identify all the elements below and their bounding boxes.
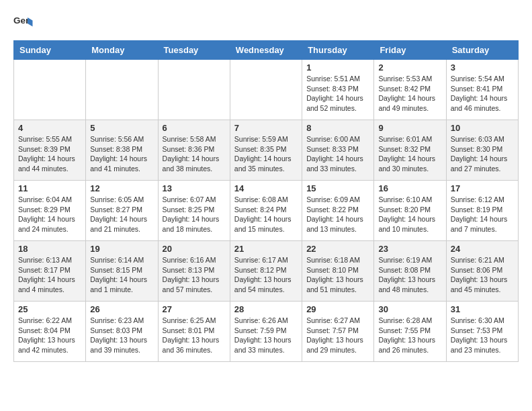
day-info: Sunrise: 5:58 AM Sunset: 8:36 PM Dayligh… bbox=[163, 134, 226, 174]
day-number: 15 bbox=[306, 183, 369, 193]
calendar-cell: 8Sunrise: 6:00 AM Sunset: 8:33 PM Daylig… bbox=[302, 120, 374, 181]
day-info: Sunrise: 5:53 AM Sunset: 8:42 PM Dayligh… bbox=[378, 74, 441, 113]
calendar-cell: 21Sunrise: 6:17 AM Sunset: 8:12 PM Dayli… bbox=[230, 241, 302, 302]
calendar-cell: 31Sunrise: 6:30 AM Sunset: 7:53 PM Dayli… bbox=[446, 302, 518, 362]
day-number: 25 bbox=[18, 304, 81, 314]
day-number: 10 bbox=[451, 123, 514, 133]
day-number: 6 bbox=[163, 123, 226, 133]
day-number: 26 bbox=[90, 304, 153, 314]
day-number: 7 bbox=[234, 123, 298, 133]
weekday-header: Wednesday bbox=[230, 41, 302, 60]
page-header: Gen bbox=[13, 13, 519, 34]
calendar-cell: 12Sunrise: 6:05 AM Sunset: 8:27 PM Dayli… bbox=[86, 181, 158, 241]
day-info: Sunrise: 6:01 AM Sunset: 8:32 PM Dayligh… bbox=[378, 134, 441, 174]
calendar-cell: 23Sunrise: 6:19 AM Sunset: 8:08 PM Dayli… bbox=[374, 241, 446, 302]
calendar-cell: 5Sunrise: 5:56 AM Sunset: 8:38 PM Daylig… bbox=[86, 120, 158, 181]
calendar-week-row: 1Sunrise: 5:51 AM Sunset: 8:43 PM Daylig… bbox=[14, 60, 519, 120]
calendar-cell: 19Sunrise: 6:14 AM Sunset: 8:15 PM Dayli… bbox=[86, 241, 158, 302]
day-info: Sunrise: 6:21 AM Sunset: 8:06 PM Dayligh… bbox=[451, 255, 514, 295]
calendar-header-row: SundayMondayTuesdayWednesdayThursdayFrid… bbox=[14, 41, 519, 60]
day-number: 2 bbox=[378, 62, 441, 73]
day-info: Sunrise: 6:17 AM Sunset: 8:12 PM Dayligh… bbox=[234, 255, 298, 295]
day-number: 8 bbox=[306, 123, 369, 133]
calendar-cell bbox=[158, 60, 230, 120]
calendar-cell: 15Sunrise: 6:09 AM Sunset: 8:22 PM Dayli… bbox=[302, 181, 374, 241]
day-info: Sunrise: 5:55 AM Sunset: 8:39 PM Dayligh… bbox=[18, 134, 81, 174]
day-info: Sunrise: 6:05 AM Sunset: 8:27 PM Dayligh… bbox=[90, 195, 153, 234]
calendar-cell: 16Sunrise: 6:10 AM Sunset: 8:20 PM Dayli… bbox=[374, 181, 446, 241]
calendar-cell: 22Sunrise: 6:18 AM Sunset: 8:10 PM Dayli… bbox=[302, 241, 374, 302]
day-number: 18 bbox=[18, 244, 81, 254]
day-info: Sunrise: 6:07 AM Sunset: 8:25 PM Dayligh… bbox=[163, 195, 226, 234]
day-info: Sunrise: 6:18 AM Sunset: 8:10 PM Dayligh… bbox=[306, 255, 369, 295]
day-info: Sunrise: 6:19 AM Sunset: 8:08 PM Dayligh… bbox=[378, 255, 441, 295]
calendar-cell: 10Sunrise: 6:03 AM Sunset: 8:30 PM Dayli… bbox=[446, 120, 518, 181]
calendar-cell: 29Sunrise: 6:27 AM Sunset: 7:57 PM Dayli… bbox=[302, 302, 374, 362]
weekday-header: Thursday bbox=[302, 41, 374, 60]
calendar-cell: 17Sunrise: 6:12 AM Sunset: 8:19 PM Dayli… bbox=[446, 181, 518, 241]
day-number: 17 bbox=[451, 183, 514, 193]
day-number: 11 bbox=[18, 183, 81, 193]
day-number: 30 bbox=[378, 304, 441, 314]
calendar-cell: 25Sunrise: 6:22 AM Sunset: 8:04 PM Dayli… bbox=[14, 302, 86, 362]
day-info: Sunrise: 5:56 AM Sunset: 8:38 PM Dayligh… bbox=[90, 134, 153, 174]
calendar-cell bbox=[86, 60, 158, 120]
day-number: 29 bbox=[306, 304, 369, 314]
day-info: Sunrise: 6:23 AM Sunset: 8:03 PM Dayligh… bbox=[90, 316, 153, 355]
calendar-cell: 27Sunrise: 6:25 AM Sunset: 8:01 PM Dayli… bbox=[158, 302, 230, 362]
day-number: 24 bbox=[451, 244, 514, 254]
weekday-header: Monday bbox=[86, 41, 158, 60]
day-number: 28 bbox=[234, 304, 298, 314]
calendar-cell: 18Sunrise: 6:13 AM Sunset: 8:17 PM Dayli… bbox=[14, 241, 86, 302]
calendar-cell: 7Sunrise: 5:59 AM Sunset: 8:35 PM Daylig… bbox=[230, 120, 302, 181]
day-info: Sunrise: 6:08 AM Sunset: 8:24 PM Dayligh… bbox=[234, 195, 298, 234]
day-info: Sunrise: 6:16 AM Sunset: 8:13 PM Dayligh… bbox=[163, 255, 226, 295]
day-number: 16 bbox=[378, 183, 441, 193]
calendar-week-row: 25Sunrise: 6:22 AM Sunset: 8:04 PM Dayli… bbox=[14, 302, 519, 362]
logo: Gen bbox=[13, 13, 36, 34]
day-number: 31 bbox=[451, 304, 514, 314]
calendar-cell: 28Sunrise: 6:26 AM Sunset: 7:59 PM Dayli… bbox=[230, 302, 302, 362]
day-number: 4 bbox=[18, 123, 81, 133]
day-info: Sunrise: 6:28 AM Sunset: 7:55 PM Dayligh… bbox=[378, 316, 441, 355]
calendar-table: SundayMondayTuesdayWednesdayThursdayFrid… bbox=[13, 40, 519, 362]
day-info: Sunrise: 6:00 AM Sunset: 8:33 PM Dayligh… bbox=[306, 134, 369, 174]
day-info: Sunrise: 6:25 AM Sunset: 8:01 PM Dayligh… bbox=[163, 316, 226, 355]
calendar-cell: 13Sunrise: 6:07 AM Sunset: 8:25 PM Dayli… bbox=[158, 181, 230, 241]
weekday-header: Tuesday bbox=[158, 41, 230, 60]
day-info: Sunrise: 6:27 AM Sunset: 7:57 PM Dayligh… bbox=[306, 316, 369, 355]
calendar-week-row: 4Sunrise: 5:55 AM Sunset: 8:39 PM Daylig… bbox=[14, 120, 519, 181]
calendar-cell bbox=[14, 60, 86, 120]
weekday-header: Saturday bbox=[446, 41, 518, 60]
day-info: Sunrise: 5:51 AM Sunset: 8:43 PM Dayligh… bbox=[306, 74, 369, 113]
day-number: 9 bbox=[378, 123, 441, 133]
day-number: 14 bbox=[234, 183, 298, 193]
day-number: 13 bbox=[163, 183, 226, 193]
day-info: Sunrise: 6:04 AM Sunset: 8:29 PM Dayligh… bbox=[18, 195, 81, 234]
calendar-cell: 11Sunrise: 6:04 AM Sunset: 8:29 PM Dayli… bbox=[14, 181, 86, 241]
day-info: Sunrise: 6:09 AM Sunset: 8:22 PM Dayligh… bbox=[306, 195, 369, 234]
calendar-cell: 1Sunrise: 5:51 AM Sunset: 8:43 PM Daylig… bbox=[302, 60, 374, 120]
day-info: Sunrise: 6:14 AM Sunset: 8:15 PM Dayligh… bbox=[90, 255, 153, 295]
weekday-header: Friday bbox=[374, 41, 446, 60]
day-number: 1 bbox=[306, 62, 369, 73]
day-number: 27 bbox=[163, 304, 226, 314]
calendar-cell: 4Sunrise: 5:55 AM Sunset: 8:39 PM Daylig… bbox=[14, 120, 86, 181]
day-info: Sunrise: 5:54 AM Sunset: 8:41 PM Dayligh… bbox=[451, 74, 514, 113]
day-info: Sunrise: 6:22 AM Sunset: 8:04 PM Dayligh… bbox=[18, 316, 81, 355]
calendar-cell: 26Sunrise: 6:23 AM Sunset: 8:03 PM Dayli… bbox=[86, 302, 158, 362]
calendar-cell: 14Sunrise: 6:08 AM Sunset: 8:24 PM Dayli… bbox=[230, 181, 302, 241]
calendar-cell: 6Sunrise: 5:58 AM Sunset: 8:36 PM Daylig… bbox=[158, 120, 230, 181]
day-info: Sunrise: 6:13 AM Sunset: 8:17 PM Dayligh… bbox=[18, 255, 81, 295]
day-info: Sunrise: 6:10 AM Sunset: 8:20 PM Dayligh… bbox=[378, 195, 441, 234]
day-info: Sunrise: 6:30 AM Sunset: 7:53 PM Dayligh… bbox=[451, 316, 514, 355]
day-info: Sunrise: 6:12 AM Sunset: 8:19 PM Dayligh… bbox=[451, 195, 514, 234]
day-number: 22 bbox=[306, 244, 369, 254]
calendar-cell: 20Sunrise: 6:16 AM Sunset: 8:13 PM Dayli… bbox=[158, 241, 230, 302]
calendar-cell: 2Sunrise: 5:53 AM Sunset: 8:42 PM Daylig… bbox=[374, 60, 446, 120]
day-info: Sunrise: 6:26 AM Sunset: 7:59 PM Dayligh… bbox=[234, 316, 298, 355]
day-info: Sunrise: 5:59 AM Sunset: 8:35 PM Dayligh… bbox=[234, 134, 298, 174]
calendar-cell: 30Sunrise: 6:28 AM Sunset: 7:55 PM Dayli… bbox=[374, 302, 446, 362]
day-number: 20 bbox=[163, 244, 226, 254]
day-info: Sunrise: 6:03 AM Sunset: 8:30 PM Dayligh… bbox=[451, 134, 514, 174]
